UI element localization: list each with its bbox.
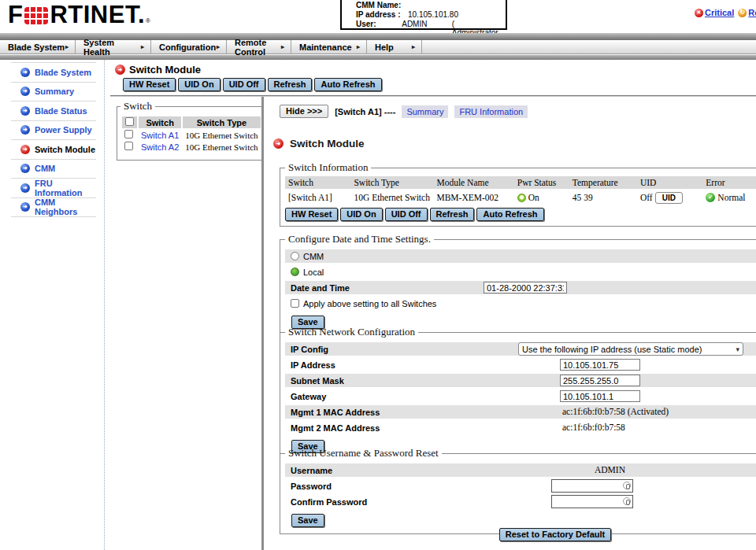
cmm-time-label: CMM [303, 252, 324, 261]
reset-factory-default-button[interactable]: Reset to Factory Default [499, 528, 612, 541]
uid-off-button[interactable]: UID Off [223, 78, 265, 91]
menu-help[interactable]: Help ▸ [367, 40, 422, 54]
userpass-legend: Switch Username & Password Reset [285, 447, 442, 460]
table-row: [Switch A1] 10G Ethernet Switch MBM-XEM-… [285, 189, 756, 206]
password-reveal-icon[interactable] [623, 497, 631, 505]
sidebar-item-fru-information[interactable]: ➜ FRU Information [11, 179, 96, 198]
info-error: ✓ Normal [702, 189, 756, 206]
userpass-fieldset: Switch Username & Password Reset Usernam… [280, 447, 756, 534]
nav-arrow-icon: ➜ [20, 68, 30, 77]
ip-config-row: IP Config Use the following IP address (… [285, 342, 756, 356]
sidebar-item-blade-status[interactable]: ➜ Blade Status [11, 102, 96, 121]
menu-configuration[interactable]: Configuration ▸ [151, 40, 227, 54]
selected-switch-label: [Switch A1] ---- [335, 107, 395, 116]
hide-panel-button[interactable]: Hide >>> [280, 105, 328, 118]
content-frames: Switch Switch Switch Type Module Name Sw… [110, 95, 756, 550]
confirm-password-input[interactable] [551, 495, 633, 508]
header-status-links: ✕ Critical ↻ Refresh [695, 8, 756, 17]
uid-off-button[interactable]: UID Off [385, 208, 428, 221]
nav-arrow-icon: ➜ [20, 87, 30, 96]
cmm-name-label: CMM Name: [356, 2, 408, 10]
fortinet-logo: F RTINET. ® [8, 3, 150, 27]
chevron-down-icon: ▾ [736, 345, 739, 353]
fortinet-o-icon [24, 7, 48, 24]
gateway-label: Gateway [291, 392, 326, 401]
top-toolbar: HW Reset UID On UID Off Refresh Auto Ref… [123, 78, 382, 91]
switch-a2-link[interactable]: Switch A2 [141, 142, 179, 152]
critical-status[interactable]: ✕ Critical [695, 8, 734, 17]
normal-status-icon: ✓ [706, 193, 715, 202]
switch-a1-link[interactable]: Switch A1 [141, 131, 179, 140]
ip-address-input[interactable] [560, 359, 640, 371]
datetime-row: Date and Time [285, 281, 756, 294]
critical-icon: ✕ [695, 9, 703, 17]
cmm-name-value [408, 2, 465, 10]
password-input[interactable] [551, 479, 633, 493]
switch-information-fieldset: Switch Information Switch Switch Type Mo… [280, 161, 756, 227]
local-time-option-row: Local [285, 265, 756, 279]
info-uid: Off UID [637, 189, 702, 206]
sidebar-item-power-supply[interactable]: ➜ Power Supply [11, 121, 96, 141]
menu-remote-control[interactable]: Remote Control ▸ [227, 40, 291, 54]
sidebar-item-switch-module[interactable]: ➜ Switch Module [11, 140, 96, 160]
sidebar-item-cmm[interactable]: ➜ CMM [11, 160, 96, 179]
cmm-info-box: CMM CMM Name: IP address : 10.105.101.80… [340, 0, 507, 30]
tab-summary[interactable]: Summary [402, 105, 448, 118]
sidebar-item-blade-system[interactable]: ➜ Blade System [11, 63, 96, 83]
menu-maintenance[interactable]: Maintenance ▸ [291, 40, 367, 54]
gateway-row: Gateway [285, 389, 756, 403]
auto-refresh-button[interactable]: Auto Refresh [476, 208, 543, 221]
mac2-label: Mgmt 2 MAC Address [291, 423, 380, 433]
hw-reset-button[interactable]: HW Reset [123, 78, 176, 91]
nav-arrow-icon: ➜ [20, 183, 30, 193]
submenu-arrow-icon: ▸ [412, 43, 415, 50]
apply-all-checkbox[interactable] [291, 299, 299, 308]
save-userpass-button[interactable]: Save [291, 514, 324, 527]
logo-text-right: RTINET. [50, 3, 145, 27]
switch-list-legend: Switch [120, 100, 155, 113]
uid-on-button[interactable]: UID On [340, 208, 382, 221]
datetime-input[interactable] [484, 282, 567, 293]
uid-on-button[interactable]: UID On [178, 78, 220, 91]
logo-text-left: F [8, 3, 23, 27]
switch-information-table: Switch Switch Type Module Name Pwr Statu… [285, 176, 756, 206]
nav-arrow-icon: ➜ [20, 125, 30, 135]
refresh-button[interactable]: Refresh [268, 78, 313, 91]
password-row: Password [285, 479, 756, 493]
select-all-checkbox[interactable] [125, 117, 134, 126]
password-reveal-icon[interactable] [623, 482, 631, 489]
row-checkbox[interactable] [124, 130, 133, 138]
info-switch: [Switch A1] [285, 189, 350, 206]
detail-header-bar: Hide >>> [Switch A1] ---- Summary FRU In… [280, 105, 528, 118]
tab-fru-information[interactable]: FRU Information [454, 105, 528, 118]
hw-reset-button[interactable]: HW Reset [285, 208, 338, 221]
gateway-input[interactable] [560, 390, 640, 402]
mac1-label: Mgmt 1 MAC Address [291, 408, 380, 417]
datetime-legend: Configure Date and Time Settings. [285, 233, 434, 245]
menu-system-health[interactable]: System Health ▸ [76, 40, 151, 54]
nav-arrow-icon: ➜ [20, 164, 30, 173]
cmm-time-radio[interactable] [291, 252, 299, 260]
info-pwr-status: On [514, 189, 569, 206]
confirm-password-row: Confirm Password [285, 495, 756, 508]
uid-toggle-button[interactable]: UID [655, 192, 683, 204]
refresh-link[interactable]: Refresh [748, 8, 756, 17]
refresh-button[interactable]: Refresh [430, 208, 475, 221]
switch-list-pane: Switch Switch Switch Type Module Name Sw… [110, 97, 261, 550]
local-time-radio[interactable] [291, 268, 299, 276]
info-type: 10G Ethernet Switch [350, 189, 433, 206]
ip-config-select[interactable]: Use the following IP address (use Static… [518, 342, 743, 356]
critical-link[interactable]: Critical [705, 8, 734, 17]
sidebar-item-summary[interactable]: ➜ Summary [11, 83, 96, 102]
auto-refresh-button[interactable]: Auto Refresh [314, 78, 381, 91]
network-fieldset: Switch Network Configuration IP Config U… [280, 326, 756, 460]
refresh-status[interactable]: ↻ Refresh [738, 8, 756, 17]
sidebar-item-cmm-neighbors[interactable]: ➜ CMM Neighbors [11, 198, 96, 218]
switch-information-legend: Switch Information [285, 161, 371, 174]
menu-blade-system[interactable]: Blade System ▸ [0, 40, 76, 54]
switch-list-table: Switch Switch Type Module Name Switch A1… [120, 115, 261, 153]
info-temperature: 45 39 [569, 189, 637, 206]
subnet-mask-input[interactable] [560, 375, 640, 386]
ip-config-label: IP Config [291, 345, 328, 354]
row-checkbox[interactable] [124, 142, 133, 150]
